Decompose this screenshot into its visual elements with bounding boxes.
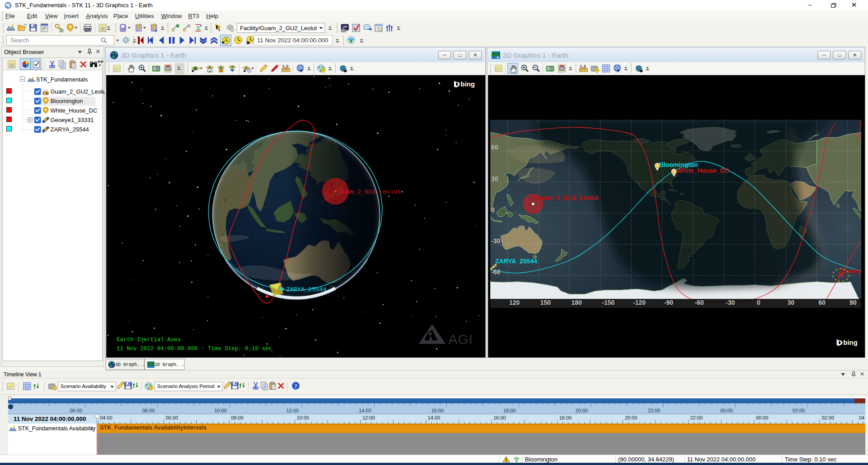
svg-text:-30: -30 bbox=[726, 299, 735, 306]
svg-text:Earth Inertial Axes: Earth Inertial Axes bbox=[117, 337, 181, 343]
svg-text:HTML: HTML bbox=[85, 29, 90, 32]
svg-text:bing: bing bbox=[843, 339, 858, 346]
svg-text:?: ? bbox=[294, 383, 297, 389]
svg-text:30: 30 bbox=[787, 299, 795, 306]
svg-text:DM: DM bbox=[342, 29, 345, 32]
svg-text:ZARYA_25544: ZARYA_25544 bbox=[286, 286, 326, 293]
svg-text:180: 180 bbox=[571, 299, 582, 306]
svg-text:ZARYA_25544: ZARYA_25544 bbox=[495, 257, 537, 265]
svg-text:bing: bing bbox=[461, 80, 475, 88]
svg-text:-90: -90 bbox=[664, 299, 673, 306]
svg-text:60: 60 bbox=[491, 144, 498, 151]
svg-text:-30: -30 bbox=[491, 237, 500, 244]
svg-text:0: 0 bbox=[757, 299, 760, 306]
svg-text:Guam_2_GU2_Leolut: Guam_2_GU2_Leolut bbox=[339, 189, 401, 195]
svg-text:150: 150 bbox=[540, 299, 551, 306]
svg-text:0: 0 bbox=[491, 206, 495, 213]
svg-text:60: 60 bbox=[818, 299, 826, 306]
svg-text:B: B bbox=[286, 64, 289, 68]
svg-text:A: A bbox=[580, 64, 582, 68]
svg-text:120: 120 bbox=[509, 299, 520, 306]
svg-text:AGI: AGI bbox=[448, 332, 473, 347]
svg-text:B: B bbox=[584, 64, 586, 68]
svg-text:11 Nov 2022 04:00:00.000 · Ti: 11 Nov 2022 04:00:00.000 · Time Step: 0.… bbox=[117, 346, 272, 352]
svg-text:30: 30 bbox=[491, 175, 498, 182]
svg-text:90: 90 bbox=[850, 299, 857, 306]
svg-text:N: N bbox=[220, 69, 222, 72]
svg-text:-150: -150 bbox=[602, 299, 615, 306]
svg-text:Σ: Σ bbox=[197, 25, 200, 31]
svg-text:White_House_DC: White_House_DC bbox=[677, 167, 729, 174]
svg-text:Guam_2_GU2_Leolut: Guam_2_GU2_Leolut bbox=[535, 194, 599, 201]
svg-text:-60: -60 bbox=[695, 299, 704, 306]
svg-text:Geoey: Geoey bbox=[841, 267, 861, 275]
svg-text:-60: -60 bbox=[491, 268, 500, 275]
svg-text:-120: -120 bbox=[633, 299, 646, 306]
svg-text:A: A bbox=[282, 64, 285, 68]
